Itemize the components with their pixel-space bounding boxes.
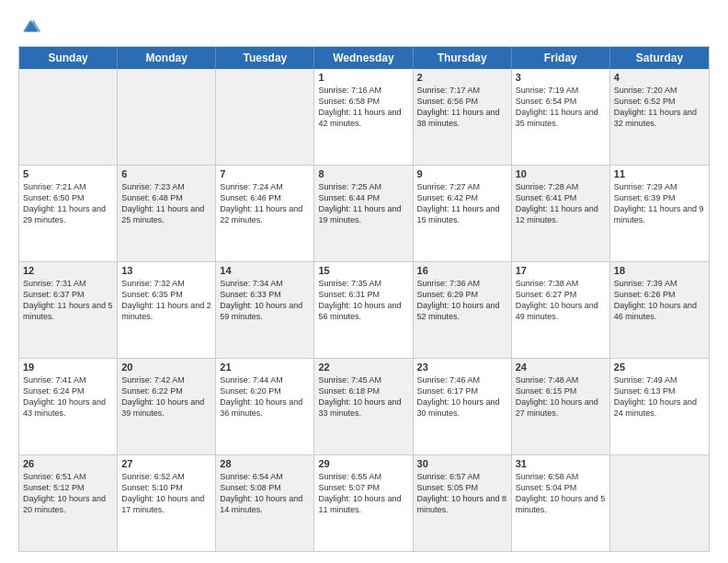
day-2: 2Sunrise: 7:17 AM Sunset: 6:56 PM Daylig… [414, 69, 512, 165]
header [18, 15, 710, 37]
day-number-4: 4 [614, 72, 705, 83]
day-22: 22Sunrise: 7:45 AM Sunset: 6:18 PM Dayli… [314, 359, 413, 454]
day-number-25: 25 [614, 362, 705, 373]
day-text-13: Sunrise: 7:32 AM Sunset: 6:35 PM Dayligh… [121, 278, 211, 323]
day-text-6: Sunrise: 7:23 AM Sunset: 6:48 PM Dayligh… [121, 181, 211, 226]
day-number-13: 13 [121, 265, 211, 276]
day-number-18: 18 [614, 265, 705, 276]
day-31: 31Sunrise: 6:58 AM Sunset: 5:04 PM Dayli… [512, 455, 610, 551]
day-25: 25Sunrise: 7:49 AM Sunset: 6:13 PM Dayli… [610, 359, 709, 454]
day-number-21: 21 [220, 362, 310, 373]
day-10: 10Sunrise: 7:28 AM Sunset: 6:41 PM Dayli… [512, 166, 610, 261]
calendar: SundayMondayTuesdayWednesdayThursdayFrid… [18, 46, 710, 552]
day-number-15: 15 [318, 265, 408, 276]
day-number-8: 8 [318, 168, 408, 179]
day-30: 30Sunrise: 6:57 AM Sunset: 5:05 PM Dayli… [414, 455, 512, 551]
day-text-14: Sunrise: 7:34 AM Sunset: 6:33 PM Dayligh… [220, 278, 310, 323]
day-text-20: Sunrise: 7:42 AM Sunset: 6:22 PM Dayligh… [121, 374, 211, 419]
empty-cell [610, 455, 709, 551]
empty-cell [19, 69, 118, 165]
header-saturday: Saturday [610, 47, 709, 69]
page: SundayMondayTuesdayWednesdayThursdayFrid… [0, 0, 728, 563]
day-text-30: Sunrise: 6:57 AM Sunset: 5:05 PM Dayligh… [417, 471, 507, 516]
day-number-7: 7 [220, 168, 310, 179]
empty-cell [216, 69, 314, 165]
week-row-4: 19Sunrise: 7:41 AM Sunset: 6:24 PM Dayli… [19, 358, 709, 454]
day-number-23: 23 [417, 362, 507, 373]
day-number-26: 26 [23, 458, 113, 469]
day-text-3: Sunrise: 7:19 AM Sunset: 6:54 PM Dayligh… [516, 85, 606, 130]
day-text-27: Sunrise: 6:52 AM Sunset: 5:10 PM Dayligh… [121, 471, 211, 516]
day-number-22: 22 [318, 362, 408, 373]
day-5: 5Sunrise: 7:21 AM Sunset: 6:50 PM Daylig… [19, 166, 118, 261]
day-text-7: Sunrise: 7:24 AM Sunset: 6:46 PM Dayligh… [220, 181, 310, 226]
day-4: 4Sunrise: 7:20 AM Sunset: 6:52 PM Daylig… [610, 69, 709, 165]
day-16: 16Sunrise: 7:36 AM Sunset: 6:29 PM Dayli… [414, 262, 512, 358]
day-text-12: Sunrise: 7:31 AM Sunset: 6:37 PM Dayligh… [23, 278, 113, 323]
day-28: 28Sunrise: 6:54 AM Sunset: 5:08 PM Dayli… [216, 455, 314, 551]
day-number-20: 20 [121, 362, 211, 373]
day-text-29: Sunrise: 6:55 AM Sunset: 5:07 PM Dayligh… [318, 471, 408, 516]
day-19: 19Sunrise: 7:41 AM Sunset: 6:24 PM Dayli… [19, 359, 118, 454]
header-tuesday: Tuesday [216, 47, 314, 69]
day-21: 21Sunrise: 7:44 AM Sunset: 6:20 PM Dayli… [216, 359, 314, 454]
day-text-10: Sunrise: 7:28 AM Sunset: 6:41 PM Dayligh… [516, 181, 606, 226]
day-number-19: 19 [23, 362, 113, 373]
header-friday: Friday [512, 47, 610, 69]
week-row-3: 12Sunrise: 7:31 AM Sunset: 6:37 PM Dayli… [19, 261, 709, 358]
day-8: 8Sunrise: 7:25 AM Sunset: 6:44 PM Daylig… [314, 166, 413, 261]
day-15: 15Sunrise: 7:35 AM Sunset: 6:31 PM Dayli… [314, 262, 413, 358]
day-26: 26Sunrise: 6:51 AM Sunset: 5:12 PM Dayli… [19, 455, 118, 551]
day-number-24: 24 [516, 362, 606, 373]
day-text-17: Sunrise: 7:38 AM Sunset: 6:27 PM Dayligh… [516, 278, 606, 323]
week-row-2: 5Sunrise: 7:21 AM Sunset: 6:50 PM Daylig… [19, 165, 709, 261]
day-18: 18Sunrise: 7:39 AM Sunset: 6:26 PM Dayli… [610, 262, 709, 358]
day-text-15: Sunrise: 7:35 AM Sunset: 6:31 PM Dayligh… [318, 278, 408, 323]
day-number-29: 29 [318, 458, 408, 469]
day-text-16: Sunrise: 7:36 AM Sunset: 6:29 PM Dayligh… [417, 278, 507, 323]
header-thursday: Thursday [414, 47, 512, 69]
day-number-10: 10 [516, 168, 606, 179]
day-text-8: Sunrise: 7:25 AM Sunset: 6:44 PM Dayligh… [318, 181, 408, 226]
day-text-19: Sunrise: 7:41 AM Sunset: 6:24 PM Dayligh… [23, 374, 113, 419]
day-number-1: 1 [318, 72, 408, 83]
day-text-11: Sunrise: 7:29 AM Sunset: 6:39 PM Dayligh… [614, 181, 705, 226]
day-number-30: 30 [417, 458, 507, 469]
day-text-9: Sunrise: 7:27 AM Sunset: 6:42 PM Dayligh… [417, 181, 507, 226]
day-text-24: Sunrise: 7:48 AM Sunset: 6:15 PM Dayligh… [516, 374, 606, 419]
day-1: 1Sunrise: 7:16 AM Sunset: 6:58 PM Daylig… [314, 69, 413, 165]
day-number-31: 31 [516, 458, 606, 469]
logo-icon [20, 15, 42, 37]
day-3: 3Sunrise: 7:19 AM Sunset: 6:54 PM Daylig… [512, 69, 610, 165]
week-row-5: 26Sunrise: 6:51 AM Sunset: 5:12 PM Dayli… [19, 454, 709, 551]
day-text-1: Sunrise: 7:16 AM Sunset: 6:58 PM Dayligh… [318, 85, 408, 130]
day-11: 11Sunrise: 7:29 AM Sunset: 6:39 PM Dayli… [610, 166, 709, 261]
day-17: 17Sunrise: 7:38 AM Sunset: 6:27 PM Dayli… [512, 262, 610, 358]
day-number-11: 11 [614, 168, 705, 179]
logo [18, 15, 42, 37]
day-number-9: 9 [417, 168, 507, 179]
day-text-25: Sunrise: 7:49 AM Sunset: 6:13 PM Dayligh… [614, 374, 705, 419]
empty-cell [118, 69, 216, 165]
week-row-1: 1Sunrise: 7:16 AM Sunset: 6:58 PM Daylig… [19, 69, 709, 165]
header-wednesday: Wednesday [314, 47, 413, 69]
header-monday: Monday [118, 47, 216, 69]
day-text-5: Sunrise: 7:21 AM Sunset: 6:50 PM Dayligh… [23, 181, 113, 226]
day-number-16: 16 [417, 265, 507, 276]
day-text-21: Sunrise: 7:44 AM Sunset: 6:20 PM Dayligh… [220, 374, 310, 419]
day-23: 23Sunrise: 7:46 AM Sunset: 6:17 PM Dayli… [414, 359, 512, 454]
day-number-3: 3 [516, 72, 606, 83]
day-text-22: Sunrise: 7:45 AM Sunset: 6:18 PM Dayligh… [318, 374, 408, 419]
calendar-header: SundayMondayTuesdayWednesdayThursdayFrid… [19, 47, 709, 69]
day-6: 6Sunrise: 7:23 AM Sunset: 6:48 PM Daylig… [118, 166, 216, 261]
day-9: 9Sunrise: 7:27 AM Sunset: 6:42 PM Daylig… [414, 166, 512, 261]
calendar-body: 1Sunrise: 7:16 AM Sunset: 6:58 PM Daylig… [19, 69, 709, 551]
day-13: 13Sunrise: 7:32 AM Sunset: 6:35 PM Dayli… [118, 262, 216, 358]
day-number-27: 27 [121, 458, 211, 469]
day-number-17: 17 [516, 265, 606, 276]
day-12: 12Sunrise: 7:31 AM Sunset: 6:37 PM Dayli… [19, 262, 118, 358]
day-number-28: 28 [220, 458, 310, 469]
header-sunday: Sunday [19, 47, 118, 69]
day-text-28: Sunrise: 6:54 AM Sunset: 5:08 PM Dayligh… [220, 471, 310, 516]
day-text-2: Sunrise: 7:17 AM Sunset: 6:56 PM Dayligh… [417, 85, 507, 130]
